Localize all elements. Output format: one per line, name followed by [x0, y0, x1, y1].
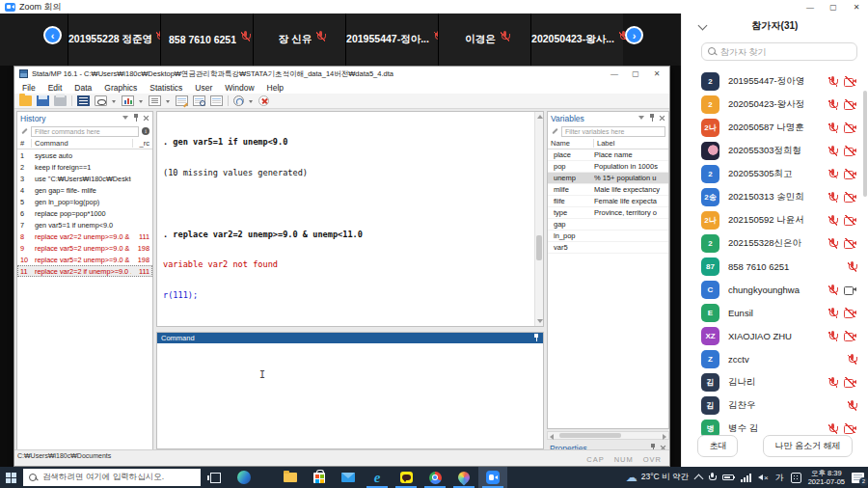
scrollbar-thumb[interactable] — [559, 433, 621, 438]
chevron-down-icon[interactable] — [249, 95, 254, 106]
participant-search-box[interactable] — [701, 42, 857, 61]
variable-row[interactable]: ln_pop — [548, 230, 668, 242]
history-row-error[interactable]: 9replace var5=2 unemp>=9.0 & ...198 — [17, 242, 152, 254]
video-tile[interactable]: 201955447-정아... — [345, 14, 438, 66]
results-panel[interactable]: . gen var5=1 if unemp<9.0 (10 missing va… — [156, 111, 544, 327]
variables-filter-input[interactable] — [561, 126, 665, 137]
scroll-right-icon[interactable] — [663, 434, 666, 440]
menu-help[interactable]: Help — [267, 83, 284, 93]
col-rc[interactable]: _rc — [133, 139, 152, 148]
invite-button[interactable]: 초대 — [697, 435, 738, 457]
variable-row[interactable]: popPopulation in 1000s — [548, 161, 668, 173]
participants-scrollbar[interactable] — [863, 91, 867, 197]
menu-statistics[interactable]: Statistics — [149, 83, 182, 93]
data-editor-icon[interactable] — [176, 95, 188, 106]
variable-row[interactable]: mlifeMale life expectancy — [548, 184, 668, 196]
history-row[interactable]: 4gen gap= flife- mlife — [17, 184, 152, 196]
break-icon[interactable] — [258, 95, 269, 106]
variable-row[interactable]: placePlace name — [548, 149, 668, 161]
wrench-icon[interactable] — [20, 127, 28, 135]
task-view-button[interactable] — [201, 467, 230, 488]
variable-row[interactable]: gap — [548, 219, 668, 230]
scroll-tiles-right-button[interactable]: › — [625, 26, 643, 44]
command-input[interactable]: I — [157, 343, 543, 450]
video-tile[interactable]: 202050423-왕사... — [530, 14, 623, 66]
edge-button[interactable] — [230, 467, 258, 488]
participant-row[interactable]: 2 202050423-왕사정 — [682, 93, 868, 116]
graph-icon[interactable] — [122, 95, 134, 106]
participant-row[interactable]: 김 김찬우 — [682, 393, 868, 417]
history-row-selected[interactable]: 11replace var2=2 if unemp>=9.0 ...111 — [17, 265, 152, 277]
participant-row[interactable]: Z zcctv — [682, 347, 868, 370]
zoom-taskbar-button[interactable] — [478, 467, 507, 488]
participant-row[interactable]: 2 202055305최고 — [682, 162, 868, 185]
menu-window[interactable]: Window — [225, 83, 254, 93]
mail-button[interactable] — [334, 467, 363, 488]
scrollbar-thumb[interactable] — [536, 235, 542, 260]
kakaotalk-button[interactable] — [392, 467, 420, 488]
scroll-up-icon[interactable] — [537, 115, 543, 119]
history-row[interactable]: 6replace pop=pop*1000 — [17, 207, 152, 219]
maximize-button[interactable]: ▢ — [822, 0, 845, 14]
variable-row[interactable]: typeProvince, territory o — [548, 207, 668, 219]
participant-row[interactable]: 김 김나리 — [682, 370, 868, 393]
scroll-tiles-left-button[interactable]: ‹ — [43, 26, 62, 44]
minimize-button[interactable]: — — [604, 67, 625, 81]
participant-row[interactable]: E Eunsil — [682, 301, 868, 324]
participant-row[interactable]: 87 858 7610 6251 — [682, 255, 868, 278]
close-button[interactable]: ✕ — [845, 0, 868, 14]
col-command[interactable]: Command — [32, 139, 133, 148]
participant-row[interactable]: 2송 202150313 송민희 — [682, 185, 868, 208]
do-file-editor-icon[interactable] — [149, 95, 161, 106]
participant-row[interactable]: 202055303정희형 — [682, 139, 868, 162]
close-icon[interactable] — [659, 115, 665, 122]
video-tile[interactable]: 이경은 — [438, 14, 530, 66]
video-tile[interactable]: 201955228 정준영 — [68, 14, 160, 66]
history-row[interactable]: 7gen var5=1 if unemp<9.0 — [17, 219, 152, 230]
data-browser-icon[interactable] — [193, 95, 205, 106]
menu-user[interactable]: User — [195, 83, 212, 93]
scroll-down-icon[interactable] — [537, 319, 543, 323]
tray-mic-icon[interactable] — [709, 473, 716, 482]
menu-graphics[interactable]: Graphics — [104, 83, 137, 93]
history-row-error[interactable]: 8replace var2=2 unemp>=9.0 & ...111 — [17, 230, 152, 242]
history-row-error[interactable]: 10replace var5=2 unemp>=9.0 & ...198 — [17, 254, 152, 265]
print-icon[interactable] — [54, 95, 67, 106]
taskbar-search-box[interactable]: 검색하려면 여기에 입력하십시오. — [23, 469, 201, 486]
menu-file[interactable]: File — [22, 83, 36, 93]
history-row[interactable]: 3use "C:₩Users₩i180c₩Desktop₩... — [17, 173, 152, 184]
close-button[interactable]: ✕ — [646, 67, 667, 81]
minimize-button[interactable]: — — [799, 0, 822, 14]
battery-icon[interactable] — [722, 474, 734, 480]
filter-icon[interactable] — [638, 115, 645, 122]
chevron-down-icon[interactable] — [112, 95, 117, 106]
volume-muted-icon[interactable]: × — [758, 474, 769, 482]
tray-expand-icon[interactable] — [694, 474, 704, 484]
save-icon[interactable] — [37, 95, 49, 106]
filter-icon[interactable] — [122, 115, 129, 122]
file-explorer-button[interactable] — [276, 467, 305, 488]
pin-icon[interactable] — [133, 114, 139, 122]
variable-row[interactable]: flifeFemale life expecta — [548, 196, 668, 207]
unmute-me-button[interactable]: 나만 음소거 해제 — [763, 435, 852, 457]
video-tile[interactable]: 장 신유 — [253, 14, 345, 66]
participant-row[interactable]: C chungkyounghwa — [682, 278, 868, 301]
video-tile[interactable]: 858 7610 6251 — [160, 14, 253, 66]
participant-row[interactable]: 2 202155328신은아 — [682, 231, 868, 255]
participant-row[interactable]: 2나 202050587 나명훈 — [682, 116, 868, 139]
chevron-down-icon[interactable] — [139, 95, 144, 106]
chevron-down-icon[interactable] — [166, 95, 171, 106]
results-scrollbar[interactable] — [534, 112, 543, 326]
pin-icon[interactable] — [533, 334, 539, 342]
variables-manager-icon[interactable] — [210, 95, 223, 106]
info-icon[interactable]: i — [142, 127, 149, 135]
open-icon[interactable] — [19, 95, 32, 106]
history-row[interactable]: 1sysuse auto — [17, 149, 152, 161]
taskbar-clock[interactable]: 오후 8:39 2021-07-05 — [808, 469, 845, 486]
menu-edit[interactable]: Edit — [48, 83, 63, 93]
paint3d-button[interactable] — [449, 467, 478, 488]
participant-row[interactable]: 2 201955447-정아영 — [682, 69, 868, 93]
participant-search-input[interactable] — [720, 47, 851, 57]
scroll-left-icon[interactable] — [550, 434, 554, 440]
ime-korean-indicator[interactable]: 가 — [775, 472, 784, 484]
